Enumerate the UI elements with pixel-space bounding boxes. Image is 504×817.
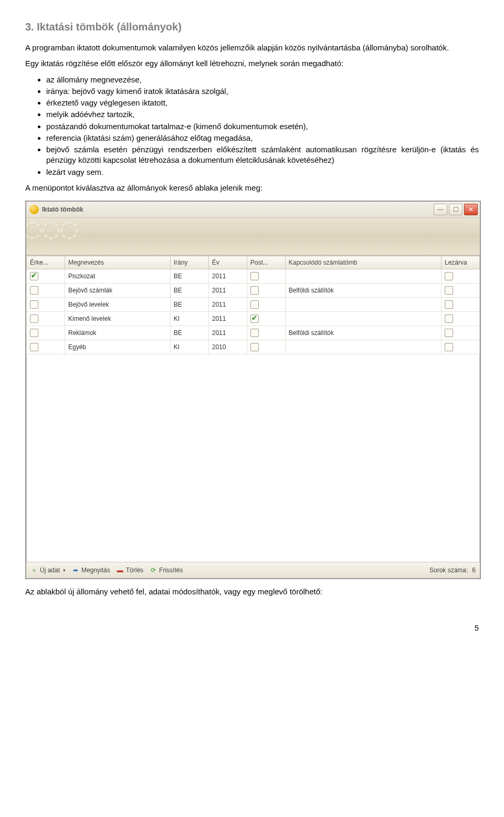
checkbox-unchecked-icon[interactable] xyxy=(250,300,259,309)
list-item: referencia (iktatási szám) generálásához… xyxy=(46,133,479,143)
cell-kapcsolodo xyxy=(285,312,441,326)
table-row[interactable]: PiszkozatBE2011 xyxy=(27,269,480,284)
open-button[interactable]: ➦ Megnyitás xyxy=(72,567,110,574)
checkbox-cell[interactable] xyxy=(247,312,285,326)
cell-ev: 2011 xyxy=(208,269,247,284)
checkbox-cell[interactable] xyxy=(27,340,65,354)
checkbox-cell[interactable] xyxy=(27,269,65,284)
checkbox-unchecked-icon[interactable] xyxy=(445,286,453,295)
checkbox-cell[interactable] xyxy=(27,312,65,326)
table-row[interactable]: ReklámokBE2011Belföldi szállítók xyxy=(27,326,480,340)
list-item: érkeztető vagy véglegesen iktatott, xyxy=(46,98,479,108)
chevron-down-icon[interactable]: ▾ xyxy=(63,568,66,573)
cell-irany: BE xyxy=(170,326,208,340)
close-button[interactable]: ✕ xyxy=(464,204,478,215)
iktato-tombok-window: Iktató tömbök — ☐ ✕ ◌◌◌ Érke... Megnevez… xyxy=(25,201,481,579)
refresh-label: Frissítés xyxy=(159,567,183,574)
checkbox-cell[interactable] xyxy=(442,298,480,312)
checkbox-checked-icon[interactable] xyxy=(250,315,259,323)
checkbox-unchecked-icon[interactable] xyxy=(445,329,453,337)
checkbox-unchecked-icon[interactable] xyxy=(250,329,259,337)
cell-irany: BE xyxy=(170,298,208,312)
checkbox-cell[interactable] xyxy=(247,269,285,284)
cell-ev: 2011 xyxy=(208,326,247,340)
list-lead: Egy iktatás rögzítése előtt először egy … xyxy=(25,58,479,69)
checkbox-unchecked-icon[interactable] xyxy=(445,300,453,309)
data-grid[interactable]: Érke... Megnevezés Irány Év Post... Kapc… xyxy=(26,256,480,354)
new-record-button[interactable]: ＋ Új adat ▾ xyxy=(30,567,66,574)
col-irany[interactable]: Irány xyxy=(170,256,208,269)
checkbox-unchecked-icon[interactable] xyxy=(30,343,38,351)
col-kapcsolodo[interactable]: Kapcsolódó számlatömb xyxy=(285,256,441,269)
cell-irany: BE xyxy=(170,269,208,284)
refresh-icon: ⟳ xyxy=(150,567,157,574)
checkbox-unchecked-icon[interactable] xyxy=(445,315,453,323)
open-icon: ➦ xyxy=(72,567,79,574)
checkbox-unchecked-icon[interactable] xyxy=(445,343,453,351)
cell-kapcsolodo xyxy=(285,340,441,354)
checkbox-cell[interactable] xyxy=(247,284,285,298)
checkbox-cell[interactable] xyxy=(247,326,285,340)
list-item: az állomány megnevezése, xyxy=(46,75,479,85)
cell-kapcsolodo: Belföldi szállítók xyxy=(285,326,441,340)
page-number: 5 xyxy=(25,623,479,632)
table-row[interactable]: Kimenő levelekKI2011 xyxy=(27,312,480,326)
new-record-label: Új adat xyxy=(40,567,60,574)
cell-megnevezes: Bejövő levelek xyxy=(65,298,171,312)
checkbox-cell[interactable] xyxy=(27,326,65,340)
table-row[interactable]: EgyébKI2010 xyxy=(27,340,480,354)
statusbar: ＋ Új adat ▾ ➦ Megnyitás ▬ Törlés ⟳ Friss… xyxy=(26,562,480,578)
checkbox-unchecked-icon[interactable] xyxy=(250,343,259,351)
cell-irany: KI xyxy=(170,312,208,326)
checkbox-cell[interactable] xyxy=(442,340,480,354)
checkbox-cell[interactable] xyxy=(442,269,480,284)
cell-ev: 2011 xyxy=(208,312,247,326)
row-count-value: 6 xyxy=(472,567,476,574)
col-postazando[interactable]: Post... xyxy=(247,256,285,269)
minimize-button[interactable]: — xyxy=(434,204,447,215)
checkbox-cell[interactable] xyxy=(442,284,480,298)
col-megnevezes[interactable]: Megnevezés xyxy=(65,256,171,269)
table-row[interactable]: Bejövő levelekBE2011 xyxy=(27,298,480,312)
window-title: Iktató tömbök xyxy=(42,206,434,213)
checkbox-cell[interactable] xyxy=(27,298,65,312)
checkbox-cell[interactable] xyxy=(247,340,285,354)
maximize-button[interactable]: ☐ xyxy=(449,204,463,215)
cell-kapcsolodo xyxy=(285,298,441,312)
cell-irany: BE xyxy=(170,284,208,298)
checkbox-checked-icon[interactable] xyxy=(30,272,38,280)
checkbox-cell[interactable] xyxy=(442,312,480,326)
cell-ev: 2010 xyxy=(208,340,247,354)
add-icon: ＋ xyxy=(30,567,38,574)
checkbox-unchecked-icon[interactable] xyxy=(30,315,38,323)
col-lezarva[interactable]: Lezárva xyxy=(442,256,480,269)
cell-irany: KI xyxy=(170,340,208,354)
open-label: Megnyitás xyxy=(81,567,110,574)
list-item: iránya: bejövő vagy kimenő iratok iktatá… xyxy=(46,86,479,97)
checkbox-cell[interactable] xyxy=(247,298,285,312)
col-ev[interactable]: Év xyxy=(208,256,247,269)
checkbox-unchecked-icon[interactable] xyxy=(250,272,259,280)
header-ornament: ◌◌◌ xyxy=(26,218,78,242)
cell-megnevezes: Piszkozat xyxy=(65,269,171,284)
delete-button[interactable]: ▬ Törlés xyxy=(117,567,143,574)
titlebar[interactable]: Iktató tömbök — ☐ ✕ xyxy=(26,202,480,218)
before-window-paragraph: A menüpontot kiválasztva az állományok k… xyxy=(25,183,479,193)
checkbox-unchecked-icon[interactable] xyxy=(445,272,453,280)
intro-paragraph: A programban iktatott dokumentumok valam… xyxy=(25,43,479,53)
checkbox-unchecked-icon[interactable] xyxy=(30,329,38,337)
after-window-paragraph: Az ablakból új állomány vehető fel, adat… xyxy=(25,586,479,597)
refresh-button[interactable]: ⟳ Frissítés xyxy=(150,567,183,574)
checkbox-unchecked-icon[interactable] xyxy=(30,286,38,295)
cell-megnevezes: Bejövő számlák xyxy=(65,284,171,298)
checkbox-cell[interactable] xyxy=(442,326,480,340)
cell-ev: 2011 xyxy=(208,298,247,312)
checkbox-unchecked-icon[interactable] xyxy=(30,300,38,309)
window-header-band: ◌◌◌ xyxy=(26,218,480,255)
list-item: postázandó dokumentumokat tartalmaz-e (k… xyxy=(46,121,479,132)
checkbox-unchecked-icon[interactable] xyxy=(250,286,259,295)
checkbox-cell[interactable] xyxy=(27,284,65,298)
col-erkeztetett[interactable]: Érke... xyxy=(27,256,65,269)
table-row[interactable]: Bejövő számlákBE2011Belföldi szállítók xyxy=(27,284,480,298)
grid-empty-area xyxy=(26,354,480,562)
